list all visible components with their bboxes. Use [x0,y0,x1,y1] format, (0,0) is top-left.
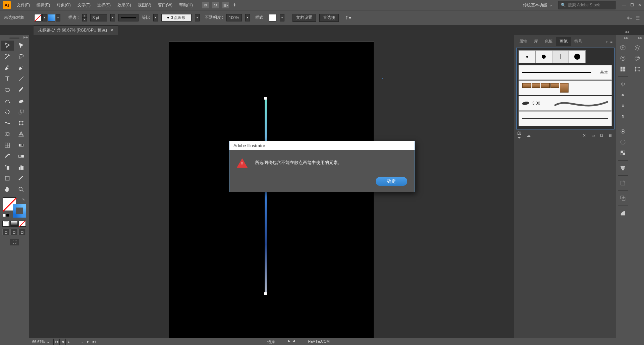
dialog-message: 所选图稿包含不能在散点画笔中使用的元素。 [255,158,342,166]
dialog-ok-button[interactable]: 确定 [376,177,407,186]
modal-overlay: Adobe Illustrator 所选图稿包含不能在散点画笔中使用的元素。 确… [0,0,644,345]
warning-icon [237,158,248,168]
alert-dialog: Adobe Illustrator 所选图稿包含不能在散点画笔中使用的元素。 确… [229,141,415,192]
dialog-title: Adobe Illustrator [229,141,415,150]
